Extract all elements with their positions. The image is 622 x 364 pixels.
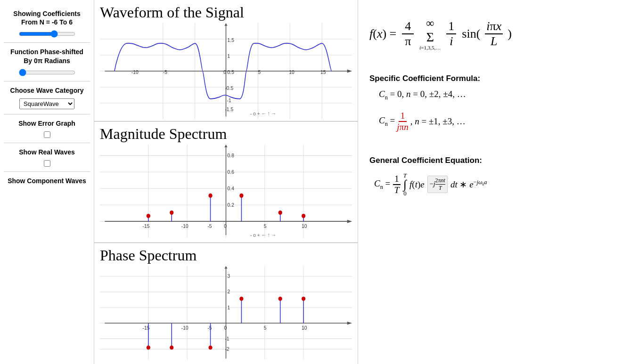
svg-point-94 [170, 346, 173, 350]
formula-panel: f(x) = 4 π ∞ Σ i=1,3,5,… 1 i sin( iπx L [358, 0, 622, 364]
svg-text:5: 5 [258, 69, 261, 75]
svg-text:-10: -10 [181, 223, 188, 229]
specific-formula-1: Cn = 0, n = 0, ±2, ±4, … [379, 89, 611, 101]
svg-text:0: 0 [223, 69, 226, 75]
show-real-label: Show Real Waves [6, 148, 88, 156]
phase-slider[interactable] [19, 69, 75, 76]
show-component-label: Show Component Waves [6, 177, 88, 185]
coefficients-section: Showing Coefficients From N = -6 To 6 [4, 5, 90, 43]
coefficients-label: Showing Coefficients From N = -6 To 6 [6, 9, 88, 26]
specific-coeff-block: Specific Coefficient Formula: Cn = 0, n … [369, 69, 611, 132]
phase-panel: Phase Spectrum [94, 243, 358, 364]
show-real-section: Show Real Waves [4, 143, 90, 172]
svg-text:5: 5 [264, 324, 267, 330]
magnitude-svg: -15 -10 -5 0 5 10 0.8 0.6 0.4 0.2 [100, 145, 352, 241]
svg-point-100 [278, 297, 282, 301]
sidebar: Showing Coefficients From N = -6 To 6 Fu… [0, 0, 94, 364]
svg-text:0.2: 0.2 [228, 202, 234, 208]
svg-point-96 [208, 346, 212, 350]
svg-point-55 [170, 210, 173, 215]
svg-text:1: 1 [228, 53, 230, 59]
phase-label: Function Phase-shifted By 0π Radians [6, 48, 88, 65]
svg-text:10: 10 [302, 223, 307, 229]
svg-text:0.8: 0.8 [228, 152, 234, 158]
svg-point-57 [208, 194, 212, 198]
svg-text:-1.5: -1.5 [225, 106, 233, 113]
svg-marker-41 [224, 145, 227, 147]
show-component-section: Show Component Waves [4, 172, 90, 194]
waveform-panel: Waveform of the Signal [94, 0, 358, 121]
waveform-svg: -10 -5 0 5 10 15 1.5 1 0.5 -0.5 -1 -1.5 [100, 23, 352, 119]
general-formula: Cn = 1 T T ∫ 0 f(t)e −j 2πnt T [374, 173, 611, 196]
svg-text:3: 3 [228, 273, 230, 279]
graphs-column: Waveform of the Signal [94, 0, 358, 364]
svg-marker-40 [347, 220, 352, 223]
svg-text:-1: -1 [227, 97, 231, 103]
wave-category-label: Choose Wave Category [6, 86, 88, 95]
svg-text:-5: -5 [163, 69, 167, 75]
svg-text:0: 0 [224, 324, 227, 330]
show-error-label: Show Error Graph [6, 119, 88, 128]
waveform-title: Waveform of the Signal [100, 4, 352, 21]
svg-text:1: 1 [228, 304, 230, 310]
svg-point-63 [302, 214, 305, 218]
svg-point-98 [239, 297, 243, 301]
content-area: Waveform of the Signal [94, 0, 622, 364]
svg-text:0.5: 0.5 [228, 69, 234, 75]
show-real-checkbox[interactable] [44, 160, 50, 167]
svg-point-92 [147, 346, 150, 350]
general-coeff-title: General Coefficient Equation: [369, 156, 611, 165]
svg-marker-13 [347, 70, 352, 73]
svg-text:5: 5 [264, 223, 267, 229]
svg-marker-78 [347, 322, 352, 325]
magnitude-panel: Magnitude Spectrum [94, 121, 358, 243]
show-error-section: Show Error Graph [4, 114, 90, 143]
coefficients-slider[interactable] [19, 30, 75, 38]
svg-point-53 [147, 214, 150, 218]
svg-point-102 [302, 297, 305, 301]
svg-point-59 [239, 194, 243, 198]
svg-text:- o + ← ↑ →: - o + ← ↑ → [250, 111, 276, 117]
svg-text:-5: -5 [207, 324, 212, 330]
svg-text:0.6: 0.6 [228, 169, 234, 175]
wave-category-select[interactable]: SquareWave SawtoothWave TriangleWave [19, 98, 74, 109]
svg-text:10: 10 [289, 69, 294, 75]
show-error-checkbox[interactable] [44, 131, 50, 138]
waveform-graph: -10 -5 0 5 10 15 1.5 1 0.5 -0.5 -1 -1.5 [100, 23, 352, 119]
specific-formula-2: Cn = 1 jπn , n = ±1, ±3, … [379, 111, 611, 132]
phase-section: Function Phase-shifted By 0π Radians [4, 43, 90, 81]
svg-text:1.5: 1.5 [228, 37, 234, 43]
svg-text:-2: -2 [225, 346, 229, 351]
svg-point-61 [278, 210, 282, 215]
svg-text:-0.5: -0.5 [225, 85, 233, 91]
wave-category-section: Choose Wave Category SquareWave Sawtooth… [4, 81, 90, 114]
svg-text:0: 0 [224, 223, 227, 229]
phase-graph: -15 -10 -5 0 5 10 3 2 1 -1 -2 [100, 266, 352, 362]
svg-marker-79 [224, 266, 227, 269]
svg-text:0.4: 0.4 [228, 185, 234, 191]
phase-svg: -15 -10 -5 0 5 10 3 2 1 -1 -2 [100, 266, 352, 362]
specific-coeff-title: Specific Coefficient Formula: [369, 74, 611, 83]
svg-text:-10: -10 [131, 69, 139, 75]
svg-text:15: 15 [320, 69, 326, 75]
svg-marker-14 [224, 23, 227, 26]
svg-text:-1: -1 [225, 335, 229, 341]
svg-text:10: 10 [302, 324, 307, 330]
main-formula-block: f(x) = 4 π ∞ Σ i=1,3,5,… 1 i sin( iπx L [369, 17, 611, 50]
svg-text:-5: -5 [207, 223, 212, 229]
general-coeff-block: General Coefficient Equation: Cn = 1 T T… [369, 151, 611, 196]
magnitude-graph: -15 -10 -5 0 5 10 0.8 0.6 0.4 0.2 [100, 145, 352, 241]
svg-text:2: 2 [228, 289, 230, 294]
phase-title: Phase Spectrum [100, 247, 352, 264]
main-formula: f(x) = 4 π ∞ Σ i=1,3,5,… 1 i sin( iπx L [369, 17, 611, 50]
svg-text:-15: -15 [143, 223, 150, 229]
magnitude-title: Magnitude Spectrum [100, 125, 352, 143]
svg-text:-10: -10 [181, 324, 188, 330]
svg-text:- o + ← ↑ →: - o + ← ↑ → [250, 232, 276, 238]
